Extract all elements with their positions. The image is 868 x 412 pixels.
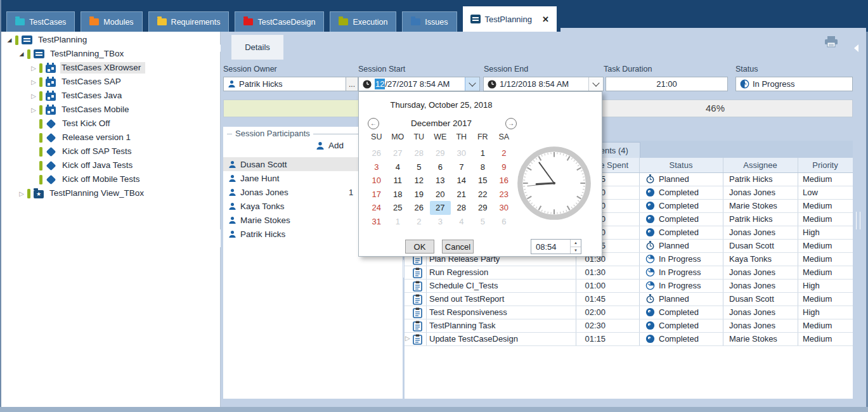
calendar-day[interactable]: 23 <box>493 188 515 202</box>
calendar-day[interactable]: 30 <box>451 146 472 160</box>
calendar-day[interactable]: 15 <box>472 174 494 188</box>
session-start-field[interactable]: 12/27/2017 8:54 AM <box>358 77 480 91</box>
tab-testplanning[interactable]: TestPlanning✕ <box>463 6 557 32</box>
table-row[interactable]: Schedule CI_Tests01:00In ProgressJonas J… <box>405 280 853 293</box>
print-icon[interactable] <box>824 36 838 50</box>
tree-item-testcases-sap[interactable]: ▷TestCases SAP <box>1 75 220 89</box>
collapse-right-panel-icon[interactable] <box>854 44 858 52</box>
tab-modules[interactable]: Modules <box>81 11 142 32</box>
calendar-day[interactable]: 26 <box>408 201 430 215</box>
calendar-day[interactable]: 6 <box>493 215 515 229</box>
calendar-day[interactable]: 20 <box>430 188 451 202</box>
tree-item-testplanning-view-tbox[interactable]: ▷★TestPlanning View_TBox <box>1 186 220 200</box>
calendar-day[interactable]: 5 <box>472 215 494 229</box>
calendar-day[interactable]: 17 <box>366 188 387 202</box>
calendar-day[interactable]: 3 <box>366 160 387 174</box>
tree-item-testcases-mobile[interactable]: ▷TestCases Mobile <box>1 103 220 117</box>
collapsed-icon[interactable]: ▷ <box>29 79 38 86</box>
calendar-day[interactable]: 27 <box>387 146 409 160</box>
table-row[interactable]: Run Regression01:30In ProgressJonas Jone… <box>405 266 853 280</box>
calendar-day[interactable]: 22 <box>472 188 494 202</box>
next-month-icon[interactable]: → <box>505 118 517 129</box>
calendar-day[interactable]: 25 <box>387 201 409 215</box>
add-participant-button[interactable]: Add <box>316 141 344 150</box>
expanded-icon[interactable]: ◢ <box>17 51 26 57</box>
calendar-day[interactable]: 1 <box>387 215 409 229</box>
collapsed-icon[interactable]: ▷ <box>17 190 26 197</box>
calendar-day[interactable]: 9 <box>493 160 515 174</box>
collapse-left-panel-icon[interactable] <box>216 44 221 52</box>
splitter-handle[interactable] <box>856 212 860 229</box>
collapsed-icon[interactable]: ▷ <box>29 65 38 72</box>
calendar-day-selected[interactable]: 27 <box>430 201 451 215</box>
calendar-day[interactable]: 16 <box>493 174 515 188</box>
tab-details[interactable]: Details <box>231 35 283 60</box>
session-start-dropdown-button[interactable] <box>465 77 479 91</box>
calendar-day[interactable]: 3 <box>430 215 451 229</box>
splitter-handle[interactable] <box>399 260 404 278</box>
calendar-day[interactable]: 19 <box>408 188 430 202</box>
calendar-day[interactable]: 4 <box>451 215 472 229</box>
close-icon[interactable]: ✕ <box>542 15 549 24</box>
tab-requirements[interactable]: Requirements <box>148 11 230 32</box>
calendar-day[interactable]: 11 <box>387 174 409 188</box>
table-row[interactable]: Test Responsiveness02:00CompletedJonas J… <box>405 306 853 319</box>
calendar-day[interactable]: 31 <box>366 215 387 229</box>
table-row[interactable]: Send out TestReport01:45PlannedDusan Sco… <box>405 293 853 306</box>
calendar-day[interactable]: 29 <box>430 146 451 160</box>
tree-item-testcases-java[interactable]: ▷TestCases Java <box>1 89 220 103</box>
calendar-day[interactable]: 13 <box>430 174 451 188</box>
task-duration-field[interactable]: 21:00 <box>606 77 728 91</box>
spinner-up-icon[interactable]: ▲ <box>571 240 581 247</box>
expanded-icon[interactable]: ◢ <box>5 37 14 43</box>
calendar-day[interactable]: 2 <box>493 146 515 160</box>
column-status[interactable]: Status <box>639 160 723 170</box>
spinner-down-icon[interactable]: ▼ <box>571 247 581 254</box>
time-spinner[interactable]: ▲ ▼ <box>570 240 581 254</box>
cancel-button[interactable]: Cancel <box>442 240 474 254</box>
calendar-day[interactable]: 8 <box>472 160 494 174</box>
tab-execution[interactable]: Execution <box>330 11 396 32</box>
calendar-day[interactable]: 18 <box>387 188 409 202</box>
calendar-day[interactable]: 14 <box>451 174 472 188</box>
time-input[interactable]: 08:54 ▲ ▼ <box>531 239 581 254</box>
calendar-day[interactable]: 1 <box>472 146 494 160</box>
calendar-day[interactable]: 12 <box>408 174 430 188</box>
collapsed-icon[interactable]: ▷ <box>29 93 38 100</box>
tree-item-testplanning-tbox[interactable]: ◢TestPlanning_TBox <box>1 47 220 61</box>
session-end-field[interactable]: 1/12/2018 8:54 AM <box>483 77 604 91</box>
table-row[interactable]: TestPlanning Task02:30CompletedJonas Jon… <box>405 319 853 333</box>
session-owner-field[interactable]: Patrik Hicks ... <box>223 77 358 91</box>
calendar-day[interactable]: 26 <box>366 146 387 160</box>
calendar-day[interactable]: 28 <box>451 201 472 215</box>
column-priority[interactable]: Priority <box>798 160 853 170</box>
prev-month-icon[interactable]: ← <box>368 118 379 129</box>
calendar-day[interactable]: 2 <box>408 215 430 229</box>
calendar-day[interactable]: 29 <box>472 201 494 215</box>
tree-item-release-version-1[interactable]: Release version 1 <box>1 131 220 145</box>
tree-item-testplanning[interactable]: ◢TestPlanning <box>1 33 220 47</box>
calendar-day[interactable]: 21 <box>451 188 472 202</box>
calendar-day[interactable]: 4 <box>387 160 409 174</box>
calendar-day[interactable]: 5 <box>408 160 430 174</box>
tree-item-kick-off-mobile-tests[interactable]: Kick off Mobile Tests <box>1 172 220 186</box>
collapsed-icon[interactable]: ▷ <box>29 106 38 113</box>
table-row[interactable]: ▷Update TestCaseDesign01:15CompletedMari… <box>405 333 853 346</box>
column-assignee[interactable]: Assignee <box>723 160 798 170</box>
session-end-dropdown-button[interactable] <box>588 77 603 91</box>
collapsed-icon[interactable]: ▷ <box>405 335 410 342</box>
tab-issues[interactable]: Issues <box>402 11 457 32</box>
tree-item-kick-off-java-tests[interactable]: Kick off Java Tests <box>1 158 220 172</box>
status-field[interactable]: In Progress <box>735 77 853 91</box>
splitter-handle[interactable] <box>220 229 224 247</box>
calendar-day[interactable]: 6 <box>430 160 451 174</box>
tab-testcasedesign[interactable]: TestCaseDesign <box>235 11 324 32</box>
owner-more-button[interactable]: ... <box>346 77 358 91</box>
tree-item-test-kick-off[interactable]: Test Kick Off <box>1 117 220 131</box>
calendar-day[interactable]: 10 <box>366 174 387 188</box>
calendar-day[interactable]: 7 <box>451 160 472 174</box>
tree-item-testcases-xbrowser[interactable]: ▷TestCases XBrowser <box>1 61 220 75</box>
tab-testcases[interactable]: TestCases <box>6 11 75 32</box>
ok-button[interactable]: OK <box>405 240 434 254</box>
tree-item-kick-off-sap-tests[interactable]: Kick off SAP Tests <box>1 145 220 158</box>
